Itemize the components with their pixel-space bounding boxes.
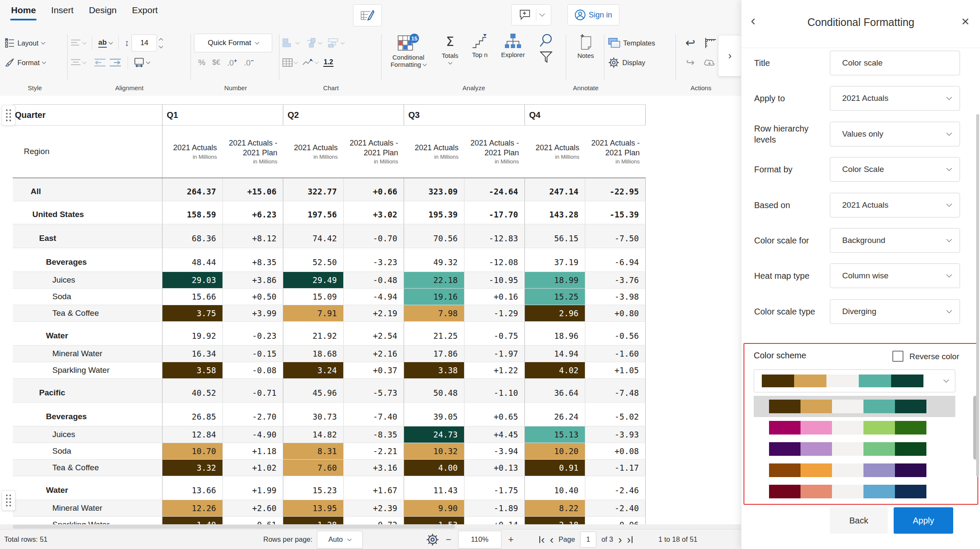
page-number-value: 1 bbox=[586, 535, 590, 543]
color-scheme-option[interactable] bbox=[754, 481, 955, 502]
color-scheme-dropdown[interactable] bbox=[754, 369, 955, 392]
zoom-in-button[interactable]: + bbox=[508, 534, 514, 545]
table-row: Beverages48.44+8.3552.50-3.2349.32-12.08… bbox=[13, 248, 646, 272]
row-label-cell[interactable]: Pacific bbox=[13, 379, 162, 402]
color-scheme-option[interactable] bbox=[754, 396, 955, 417]
row-label-cell[interactable]: Juices bbox=[13, 272, 162, 288]
reverse-color-checkbox[interactable] bbox=[892, 351, 903, 362]
color-scale-type-dropdown[interactable]: Diverging bbox=[830, 299, 960, 324]
next-page-button[interactable]: › bbox=[618, 534, 622, 545]
row-label-cell[interactable]: Sparkling Water bbox=[13, 362, 162, 378]
row-label-cell[interactable]: Juices bbox=[13, 426, 162, 443]
rows-per-page-dropdown[interactable]: Auto bbox=[317, 531, 363, 549]
settings-gear-icon[interactable] bbox=[426, 533, 439, 546]
first-page-button[interactable]: ‹ bbox=[539, 534, 545, 545]
table-style-button[interactable] bbox=[282, 58, 297, 67]
font-size-input[interactable]: 14 bbox=[131, 34, 157, 51]
row-label-cell[interactable]: Tea & Coffee bbox=[13, 305, 162, 321]
row-label-cell[interactable]: Soda bbox=[13, 289, 162, 305]
row-hierarchy-levels-dropdown[interactable]: Values only bbox=[830, 122, 960, 146]
row-label-cell[interactable]: Water bbox=[13, 322, 162, 345]
redo-icon[interactable]: ↪ bbox=[686, 57, 695, 68]
color-scheme-option[interactable] bbox=[754, 460, 955, 481]
row-label-cell[interactable]: United States bbox=[13, 201, 162, 224]
row-label-cell[interactable]: East bbox=[13, 224, 162, 248]
format-button[interactable]: Format bbox=[5, 58, 46, 67]
row-label-cell[interactable]: Mineral Water bbox=[13, 346, 162, 362]
percent-format-icon[interactable]: % bbox=[198, 58, 205, 67]
quick-format-button[interactable]: Quick Format bbox=[194, 34, 272, 52]
row-label-cell[interactable]: Water bbox=[13, 476, 162, 500]
chevron-down-icon bbox=[83, 40, 87, 45]
sparkline-button[interactable] bbox=[302, 58, 318, 67]
tab-insert[interactable]: Insert bbox=[51, 5, 74, 20]
chart-position-left-button[interactable] bbox=[282, 38, 299, 48]
vertical-align-button[interactable] bbox=[71, 59, 86, 66]
format-by-dropdown[interactable]: Color Scale bbox=[830, 157, 960, 182]
color-scale-for-dropdown[interactable]: Background bbox=[830, 228, 960, 253]
search-icon[interactable] bbox=[539, 33, 553, 48]
filter-icon[interactable] bbox=[540, 51, 553, 63]
row-label-cell[interactable]: All bbox=[13, 178, 162, 201]
panel-scrollbar[interactable] bbox=[976, 114, 979, 477]
zoom-level-input[interactable]: 110% bbox=[458, 531, 501, 549]
decimal-places-button[interactable]: 1.2 bbox=[323, 58, 333, 67]
close-icon[interactable]: × bbox=[961, 14, 969, 29]
back-button[interactable]: Back bbox=[830, 507, 888, 534]
currency-format-icon[interactable]: $€ bbox=[212, 58, 220, 67]
row-label-cell[interactable]: Tea & Coffee bbox=[13, 460, 162, 476]
title-input[interactable]: Color scale bbox=[830, 51, 960, 75]
table-drag-handle-top[interactable] bbox=[2, 105, 15, 126]
undo-icon[interactable]: ↩ bbox=[685, 37, 695, 49]
top-n-button[interactable]: Top n bbox=[466, 33, 493, 58]
text-format-button[interactable]: ab bbox=[98, 38, 112, 48]
chart-position-split-button[interactable] bbox=[305, 38, 322, 48]
totals-button[interactable]: Σ Totals bbox=[436, 33, 464, 64]
horizontal-align-button[interactable] bbox=[71, 39, 86, 47]
scheme-swatch bbox=[769, 421, 801, 435]
tab-export[interactable]: Export bbox=[132, 5, 158, 20]
ruler-icon[interactable] bbox=[704, 37, 717, 49]
horizontal-scrollbar[interactable] bbox=[0, 524, 741, 529]
explorer-label: Explorer bbox=[501, 51, 525, 58]
previous-page-button[interactable]: ‹ bbox=[550, 534, 554, 545]
page-number-input[interactable]: 1 bbox=[580, 532, 596, 548]
notes-button[interactable]: Notes bbox=[569, 33, 602, 59]
font-size-stepper[interactable] bbox=[160, 39, 162, 48]
row-label-cell[interactable]: Mineral Water bbox=[13, 500, 162, 516]
explorer-button[interactable]: Explorer bbox=[496, 33, 530, 58]
tab-home[interactable]: Home bbox=[11, 5, 36, 20]
cloud-sync-icon[interactable] bbox=[703, 57, 716, 68]
actuals-cell: 49.32 bbox=[404, 248, 464, 272]
display-button[interactable]: Display bbox=[608, 57, 645, 68]
tab-design[interactable]: Design bbox=[89, 5, 117, 20]
horizontal-scrollbar-thumb[interactable] bbox=[13, 525, 455, 529]
apply-to-dropdown[interactable]: 2021 Actuals bbox=[830, 86, 960, 111]
color-scheme-option[interactable] bbox=[754, 417, 955, 438]
edit-visual-button[interactable] bbox=[353, 4, 382, 26]
indent-icon[interactable] bbox=[109, 59, 122, 66]
corner-header: Quarter bbox=[13, 105, 162, 125]
increase-decimal-icon[interactable]: .0+ bbox=[227, 57, 237, 68]
comment-button[interactable] bbox=[511, 4, 551, 26]
row-label-cell[interactable]: Soda bbox=[13, 443, 162, 459]
conditional-formatting-button[interactable]: 15 Conditional Formatting bbox=[385, 33, 432, 68]
decrease-decimal-icon[interactable]: .0− bbox=[244, 57, 254, 68]
row-label-cell[interactable]: Beverages bbox=[13, 403, 162, 426]
sign-in-button[interactable]: Sign in bbox=[567, 4, 619, 26]
based-on-dropdown[interactable]: 2021 Actuals bbox=[830, 193, 960, 217]
cell-size-button[interactable] bbox=[134, 58, 150, 67]
expand-panel-button[interactable]: › bbox=[718, 35, 742, 77]
chart-position-bottom-button[interactable] bbox=[328, 38, 344, 48]
templates-button[interactable]: Templates bbox=[608, 38, 655, 48]
measure-name: 2021 Actuals - 2021 Plan bbox=[585, 138, 640, 157]
zoom-out-button[interactable]: − bbox=[446, 534, 451, 545]
table-drag-handle-bottom[interactable] bbox=[2, 490, 15, 511]
apply-button[interactable]: Apply bbox=[894, 507, 953, 534]
last-page-button[interactable]: › bbox=[627, 534, 632, 545]
row-label-cell[interactable]: Beverages bbox=[13, 248, 162, 272]
outdent-icon[interactable] bbox=[94, 59, 106, 66]
color-scheme-option[interactable] bbox=[754, 438, 955, 460]
layout-button[interactable]: Layout bbox=[5, 38, 45, 48]
heat-map-type-dropdown[interactable]: Column wise bbox=[830, 263, 960, 288]
